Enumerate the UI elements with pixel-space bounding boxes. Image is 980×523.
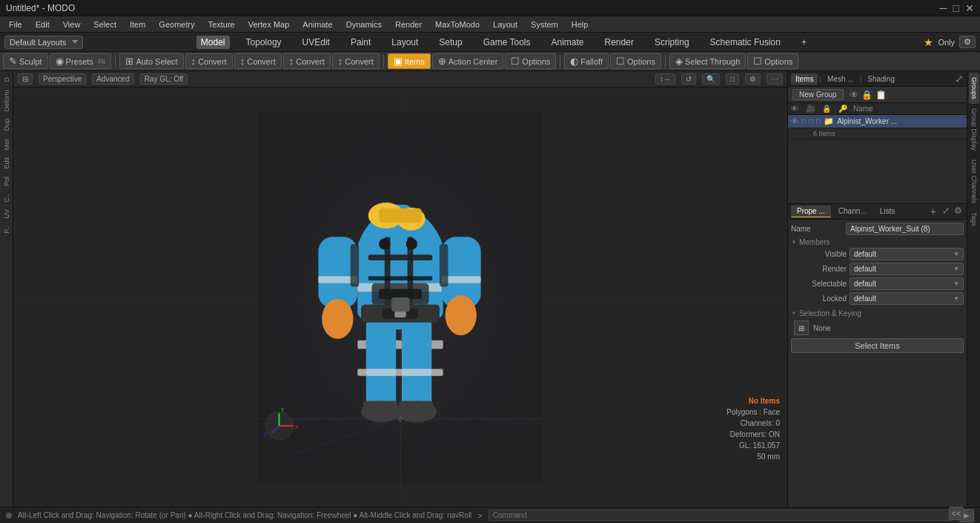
options-button-3[interactable]: ☐ Options (747, 53, 798, 69)
advanced-button[interactable]: Advanced (92, 73, 133, 85)
vp-ctrl-more[interactable]: ⋯ (767, 73, 783, 85)
items-list-area[interactable]: 👁 □ □ □ 📁 Alpinist_Worker ... 6 Items (788, 115, 967, 204)
menu-render[interactable]: Render (389, 19, 428, 30)
selectable-dropdown[interactable]: default (850, 277, 964, 290)
convert-button-2[interactable]: ↕ Convert (234, 53, 282, 69)
gear-button[interactable]: ⚙ (959, 36, 976, 48)
tab-game-tools[interactable]: Game Tools (479, 36, 535, 49)
tab-add[interactable]: + (797, 36, 811, 49)
sidebar-tab-deform[interactable]: Deform (1, 87, 12, 115)
window-controls[interactable]: ─ □ ✕ (940, 2, 974, 14)
action-center-button[interactable]: ⊕ Action Center (432, 53, 504, 69)
svg-point-31 (446, 295, 477, 335)
menu-select[interactable]: Select (87, 19, 122, 30)
vert-tab-user-channels[interactable]: User Channels (969, 155, 979, 208)
sidebar-tab-d[interactable]: D (1, 74, 12, 85)
sculpt-button[interactable]: ✎ Sculpt (3, 53, 48, 69)
select-through-button[interactable]: ◈ Select Through (669, 53, 746, 69)
sidebar-tab-p[interactable]: P.. (1, 223, 12, 237)
lock-icon[interactable]: 🔒 (861, 90, 873, 100)
props-tab-lists[interactable]: Lists (874, 205, 901, 217)
menu-maxmodo[interactable]: MaxToModo (429, 19, 486, 30)
eye-icon[interactable]: 👁 (850, 90, 858, 100)
tab-render[interactable]: Render (600, 36, 638, 49)
item-row-alpinist[interactable]: 👁 □ □ □ 📁 Alpinist_Worker ... (788, 115, 967, 128)
sidebar-tab-duplicate[interactable]: Dup (1, 116, 12, 134)
sidebar-tab-merge[interactable]: Mer (1, 136, 12, 154)
menu-geometry[interactable]: Geometry (153, 19, 200, 30)
viewport-canvas[interactable]: X Y Z No Items Polygons : Face Channels:… (13, 88, 787, 507)
vert-tab-group-display[interactable]: Group Display (969, 104, 979, 155)
sidebar-tab-uv[interactable]: UV (1, 206, 12, 222)
perspective-button[interactable]: Perspective (39, 73, 86, 85)
render-dropdown[interactable]: default (850, 263, 964, 275)
ray-gl-button[interactable]: Ray GL: Off (140, 73, 188, 85)
tab-topology[interactable]: Topology (242, 36, 286, 49)
convert-icon-4: ↕ (338, 56, 343, 67)
menu-item[interactable]: Item (124, 19, 151, 30)
items-top-tab-items[interactable]: Items (791, 73, 818, 85)
items-expand-icon[interactable]: ⤢ (955, 73, 964, 85)
menu-layout[interactable]: Layout (487, 19, 523, 30)
select-items-button[interactable]: Select Items (791, 338, 964, 353)
items-top-tab-mesh[interactable]: Mesh ... (823, 73, 858, 85)
sidebar-tab-edit[interactable]: Edit (1, 154, 12, 172)
sidebar-tab-c[interactable]: C.. (1, 191, 12, 205)
vp-ctrl-settings[interactable]: ⚙ (745, 73, 761, 85)
svg-point-36 (379, 238, 390, 249)
vp-ctrl-rotate[interactable]: ↕↔ (655, 73, 675, 85)
vp-ctrl-reset[interactable]: ↺ (681, 73, 696, 85)
new-group-button[interactable]: New Group (792, 89, 844, 100)
presets-button[interactable]: ◉ Presets F6 (50, 53, 112, 69)
props-tab-channels[interactable]: Chann... (832, 205, 873, 217)
auto-select-button[interactable]: ⊞ Auto Select (119, 53, 183, 69)
expand-icon[interactable]: ⊟ (18, 73, 33, 85)
vert-tab-groups[interactable]: Groups (969, 73, 979, 104)
props-add-button[interactable]: + (927, 205, 939, 217)
tab-animate[interactable]: Animate (547, 36, 589, 49)
maximize-button[interactable]: □ (953, 2, 959, 14)
props-tab-properties[interactable]: Prope ... (791, 205, 831, 217)
minimize-button[interactable]: ─ (940, 2, 947, 14)
keying-icon-btn[interactable]: ⊞ (794, 320, 809, 335)
close-button[interactable]: ✕ (965, 2, 974, 14)
menu-animate[interactable]: Animate (297, 19, 338, 30)
clipboard-icon[interactable]: 📋 (875, 90, 887, 100)
tab-paint[interactable]: Paint (346, 36, 375, 49)
layout-dropdown[interactable]: Default Layouts (4, 36, 83, 49)
sidebar-tab-polygon[interactable]: Pol (1, 174, 12, 189)
polygons-label: Polygons : Face (726, 407, 780, 418)
menu-edit[interactable]: Edit (30, 19, 56, 30)
tab-layout[interactable]: Layout (387, 36, 423, 49)
tab-schematic[interactable]: Schematic Fusion (706, 36, 785, 49)
name-prop-value[interactable]: Alpinist_Worker_Suit (8) (846, 223, 964, 235)
visible-dropdown[interactable]: default (850, 248, 964, 260)
falloff-button[interactable]: ◐ Falloff (564, 53, 609, 69)
command-input[interactable] (489, 510, 953, 521)
vert-tab-tags[interactable]: Tags (969, 208, 979, 231)
vp-ctrl-frame[interactable]: □ (726, 73, 739, 85)
options-button-2[interactable]: ☐ Options (610, 53, 661, 69)
menu-view[interactable]: View (57, 19, 87, 30)
items-top-tab-shading[interactable]: Shading (863, 73, 899, 85)
convert-button-4[interactable]: ↕ Convert (332, 53, 380, 69)
menu-help[interactable]: Help (566, 19, 595, 30)
expand-left-btn[interactable]: << (949, 507, 964, 520)
vp-ctrl-zoom[interactable]: 🔍 (702, 73, 720, 85)
tab-scripting[interactable]: Scripting (650, 36, 694, 49)
menu-system[interactable]: System (525, 19, 564, 30)
convert-button-3[interactable]: ↕ Convert (283, 53, 331, 69)
options-button-1[interactable]: ☐ Options (505, 53, 556, 69)
menu-vertex-map[interactable]: Vertex Map (242, 19, 296, 30)
tab-setup[interactable]: Setup (434, 36, 466, 49)
menu-dynamics[interactable]: Dynamics (340, 19, 388, 30)
items-button[interactable]: ▣ Items (388, 53, 431, 69)
tab-uvedit[interactable]: UVEdit (298, 36, 334, 49)
props-gear-icon[interactable]: ⚙ (953, 205, 964, 217)
locked-dropdown[interactable]: default (850, 292, 964, 305)
menu-file[interactable]: File (3, 19, 28, 30)
menu-texture[interactable]: Texture (202, 19, 241, 30)
props-expand-icon[interactable]: ⤢ (941, 205, 951, 217)
tab-model[interactable]: Model (196, 36, 230, 49)
convert-button-1[interactable]: ↕ Convert (185, 53, 233, 69)
